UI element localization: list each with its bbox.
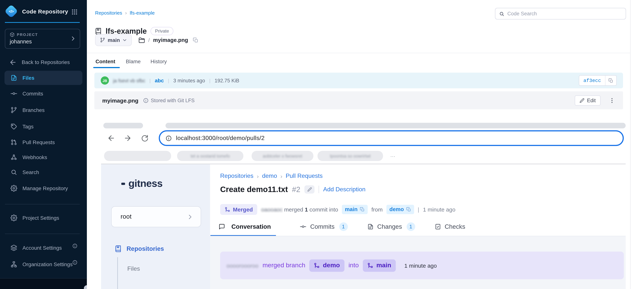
path-separator: / bbox=[148, 37, 150, 43]
tag-icon bbox=[10, 123, 17, 130]
active-tab-underline bbox=[93, 67, 120, 68]
gitness-source-branch-chip: demo bbox=[386, 204, 414, 214]
browser-tab-remnant bbox=[103, 123, 143, 128]
sidebar-item-account-settings[interactable]: Account Settings bbox=[4, 241, 82, 255]
separator: | bbox=[418, 206, 419, 212]
gitness-merge-summary: merged 1 commit into bbox=[284, 206, 338, 212]
gitness-wordmark: gitness bbox=[128, 178, 162, 190]
gitness-tab-changes: Changes bbox=[377, 223, 402, 230]
bookmark-overflow: … bbox=[390, 152, 396, 158]
gitness-commits-count: 1 bbox=[339, 222, 348, 231]
gitness-pr-tabs: Conversation Commits 1 Changes 1 bbox=[219, 221, 465, 232]
gitness-merged-label: Merged bbox=[233, 206, 253, 212]
file-name: myimage.png bbox=[102, 97, 138, 104]
gitness-merged-badge: Merged bbox=[220, 204, 258, 215]
site-info-icon bbox=[166, 135, 172, 141]
commit-author-redacted: ja fsevt vb sfbc bbox=[113, 78, 145, 83]
gitness-nav-repositories: Repositories bbox=[114, 245, 164, 252]
checks-icon bbox=[434, 223, 441, 230]
commit-sha-link[interactable]: af3ecc bbox=[579, 76, 606, 85]
sidebar-item-search[interactable]: Search bbox=[4, 165, 82, 179]
copy-sha-button[interactable] bbox=[606, 76, 616, 85]
gitness-from-word: from bbox=[372, 206, 383, 212]
project-selector-label: PROJECT bbox=[17, 32, 38, 37]
gitness-source-branch-chip: demo bbox=[310, 259, 344, 272]
file-icon bbox=[10, 74, 17, 81]
gitness-target-branch-chip: main bbox=[363, 259, 396, 272]
kebab-menu-icon[interactable] bbox=[609, 97, 615, 104]
gitness-repositories-label: Repositories bbox=[126, 245, 164, 252]
info-icon bbox=[72, 260, 78, 265]
gitness-main: Repositories › demo › Pull Requests Crea… bbox=[210, 164, 626, 289]
sidebar-item-commits[interactable]: Commits bbox=[4, 86, 82, 101]
pencil-icon bbox=[580, 98, 584, 103]
sidebar-item-label: Account Settings bbox=[22, 245, 62, 251]
branch-selector-value: main bbox=[108, 37, 120, 43]
tab-content[interactable]: Content bbox=[96, 58, 115, 64]
gitness-base-branch-chip: main bbox=[342, 204, 368, 214]
avatar[interactable]: JB bbox=[101, 76, 109, 84]
back-to-repositories[interactable]: Back to Repositories bbox=[9, 56, 70, 68]
sidebar-item-label: Branches bbox=[22, 107, 44, 113]
gitness-merge-action: merged branch bbox=[262, 262, 305, 269]
gitness-pr-title: Create demo11.txt bbox=[220, 185, 288, 194]
branch-selector[interactable]: main bbox=[95, 34, 132, 46]
gitness-merge-time: 1 minute ago bbox=[404, 262, 437, 268]
sidebar-item-project-settings[interactable]: Project Settings bbox=[4, 211, 82, 225]
gitness-breadcrumb-repositories: Repositories bbox=[220, 172, 254, 179]
code-search-input[interactable]: Code Search bbox=[495, 8, 626, 20]
bookmark-label-redacted: tet a oostarid tomefo bbox=[190, 154, 230, 158]
folder-icon[interactable] bbox=[138, 37, 145, 43]
separator: | bbox=[209, 78, 210, 83]
sidebar: </> Code Repository PROJECT bbox=[0, 0, 87, 289]
sidebar-item-label: Manage Repository bbox=[22, 185, 68, 191]
sidebar-item-label: Search bbox=[22, 169, 39, 175]
path-filename: myimage.png bbox=[153, 37, 188, 43]
breadcrumb-repo-name[interactable]: lfs-example bbox=[130, 10, 155, 16]
gitness-breadcrumb-demo: demo bbox=[262, 172, 277, 179]
project-selector[interactable]: PROJECT johannes bbox=[5, 29, 80, 49]
copy-path-icon[interactable] bbox=[193, 37, 199, 43]
gear-icon bbox=[10, 185, 17, 192]
sidebar-footer bbox=[0, 278, 87, 289]
copy-icon bbox=[406, 207, 411, 212]
sidebar-item-pull-requests[interactable]: Pull Requests bbox=[4, 135, 82, 149]
sidebar-item-tags[interactable]: Tags bbox=[4, 120, 82, 134]
branch-icon bbox=[100, 38, 105, 43]
commit-message-link[interactable]: abc bbox=[155, 78, 164, 84]
sidebar-item-webhooks[interactable]: Webhooks bbox=[4, 150, 82, 164]
product-title: Code Repository bbox=[22, 8, 68, 14]
sidebar-item-organization-settings[interactable]: Organization Settings bbox=[4, 257, 82, 272]
bookmark-blob: tpoontsa so oowrirtwt bbox=[318, 151, 383, 161]
gitness-sidebar: gitness root Repositories Files bbox=[101, 164, 210, 289]
gitness-merge-target: main bbox=[376, 262, 391, 269]
gitness-tab-checks: Checks bbox=[444, 223, 465, 230]
separator: › bbox=[257, 173, 259, 179]
tab-blame[interactable]: Blame bbox=[126, 58, 140, 64]
sidebar-accent-divider bbox=[5, 22, 80, 23]
breadcrumb: Repositories › lfs-example bbox=[95, 10, 155, 16]
sidebar-item-branches[interactable]: Branches bbox=[4, 103, 82, 117]
latest-commit-bar: JB ja fsevt vb sfbc | abc | 3 minutes ag… bbox=[94, 72, 623, 88]
sidebar-item-label: Tags bbox=[22, 124, 34, 130]
gitness-into-word: into bbox=[348, 262, 359, 269]
gitness-breadcrumb: Repositories › demo › Pull Requests bbox=[220, 172, 322, 179]
bookmark-blob bbox=[104, 151, 171, 161]
chevron-down-icon bbox=[122, 38, 127, 42]
copy-icon bbox=[360, 207, 365, 212]
tab-history[interactable]: History bbox=[150, 58, 167, 64]
gitness-pr-status-row: Merged oaooaoc merged 1 commit into main bbox=[220, 204, 456, 215]
repo-book-icon bbox=[95, 28, 102, 35]
edit-button[interactable]: Edit bbox=[574, 95, 600, 106]
sidebar-item-label: Commits bbox=[22, 90, 43, 96]
info-icon bbox=[143, 98, 148, 103]
webhook-icon bbox=[10, 154, 17, 160]
sidebar-item-files[interactable]: Files bbox=[4, 71, 82, 85]
branch-icon bbox=[10, 107, 17, 114]
module-grid-icon[interactable] bbox=[71, 8, 78, 15]
merge-icon bbox=[367, 262, 373, 268]
sidebar-item-manage-repository[interactable]: Manage Repository bbox=[4, 181, 82, 196]
gitness-pr-time: 1 minute ago bbox=[423, 206, 455, 212]
breadcrumb-repositories[interactable]: Repositories bbox=[95, 10, 122, 16]
browser-url-bar: localhost:3000/root/demo/pulls/2 bbox=[159, 130, 624, 146]
